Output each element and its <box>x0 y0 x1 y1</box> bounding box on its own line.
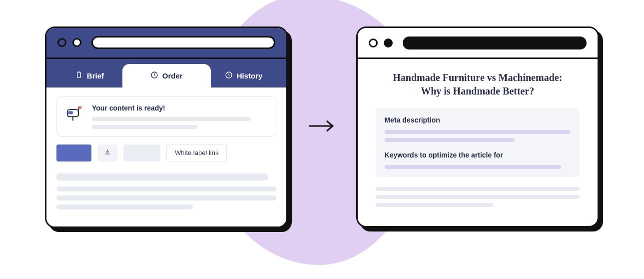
white-label-link-button[interactable]: White label link <box>166 144 227 162</box>
actions-row: White label link <box>56 144 276 162</box>
traffic-dot[interactable] <box>57 38 66 47</box>
placeholder-line <box>385 130 571 134</box>
tab-history[interactable]: History <box>211 64 277 88</box>
flow-arrow <box>308 119 336 135</box>
order-body: Your content is ready! White label link <box>46 88 286 226</box>
download-button[interactable] <box>97 144 117 162</box>
placeholder-line <box>56 204 193 210</box>
button-label: White label link <box>175 149 218 156</box>
placeholder-line <box>92 125 197 129</box>
keywords-section: Keywords to optimize the article for <box>385 151 571 169</box>
download-icon <box>103 148 111 158</box>
placeholder-line <box>385 138 515 142</box>
window-titlebar-right <box>358 28 598 59</box>
placeholder-line <box>376 195 580 199</box>
tab-label: Order <box>162 72 183 80</box>
content-ready-notice: Your content is ready! <box>56 96 276 136</box>
order-app-window: Brief Order History <box>45 26 288 228</box>
meta-description-section: Meta description <box>385 116 571 142</box>
placeholder-line <box>56 174 268 180</box>
article-preview-window: Handmade Furniture vs Machinemade: Why i… <box>356 26 599 228</box>
primary-action-button[interactable] <box>56 144 91 162</box>
placeholder-line <box>376 187 580 191</box>
placeholder-line <box>385 165 562 169</box>
placeholder-line <box>56 186 276 192</box>
placeholder-line <box>376 203 494 207</box>
traffic-dot[interactable] <box>384 38 393 48</box>
tab-label: Brief <box>87 72 104 80</box>
clock-icon <box>150 71 158 80</box>
tab-label: History <box>237 72 263 80</box>
tab-order[interactable]: Order <box>122 64 211 88</box>
window-titlebar-left <box>46 28 286 59</box>
article-body: Handmade Furniture vs Machinemade: Why i… <box>358 59 598 226</box>
svg-rect-0 <box>77 72 81 78</box>
article-title: Handmade Furniture vs Machinemade: Why i… <box>376 71 580 98</box>
svg-rect-4 <box>68 111 73 114</box>
svg-rect-6 <box>78 106 81 108</box>
meta-description-label: Meta description <box>385 116 571 124</box>
history-icon <box>225 71 233 80</box>
mailbox-icon <box>65 104 84 123</box>
arrow-right-icon <box>308 119 336 135</box>
traffic-dot[interactable] <box>72 38 81 47</box>
clipboard-icon <box>75 71 83 80</box>
article-meta-card: Meta description Keywords to optimize th… <box>376 108 580 177</box>
tabs-row: Brief Order History <box>46 59 286 88</box>
traffic-dot[interactable] <box>369 38 378 48</box>
notice-title: Your content is ready! <box>92 104 268 112</box>
keywords-label: Keywords to optimize the article for <box>385 151 571 159</box>
address-bar[interactable] <box>91 36 275 49</box>
tab-brief[interactable]: Brief <box>56 64 122 88</box>
placeholder-line <box>92 117 250 121</box>
article-content-preview <box>376 187 580 207</box>
content-preview <box>56 174 276 210</box>
address-bar[interactable] <box>403 36 587 50</box>
secondary-button[interactable] <box>123 144 160 162</box>
placeholder-line <box>56 196 276 200</box>
